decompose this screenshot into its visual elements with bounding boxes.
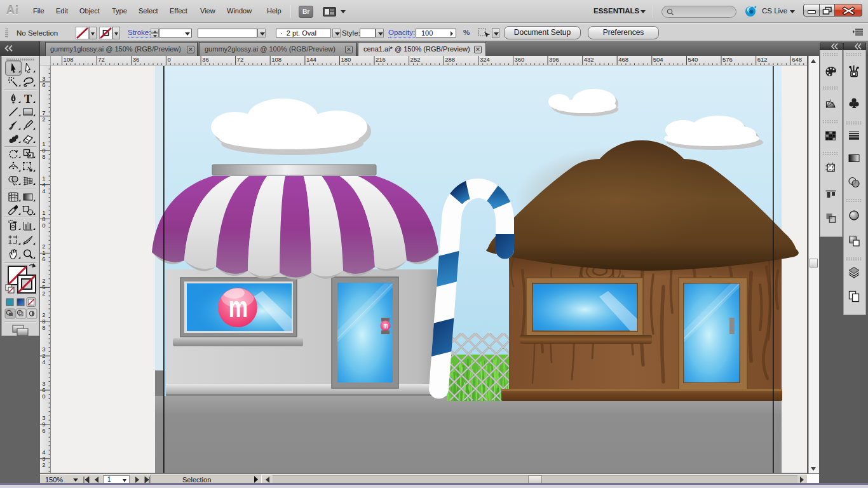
svg-text:108: 108 — [64, 56, 74, 63]
svg-text:8: 8 — [42, 153, 45, 160]
svg-text:2: 2 — [42, 116, 45, 123]
svg-text:324: 324 — [480, 56, 490, 63]
svg-text:4: 4 — [42, 358, 45, 365]
svg-text:72: 72 — [237, 56, 244, 63]
svg-text:T: T — [24, 93, 32, 105]
svg-text:6: 6 — [42, 81, 45, 88]
svg-text:252: 252 — [410, 56, 421, 63]
svg-text:m: m — [229, 290, 248, 324]
svg-text:36: 36 — [202, 56, 209, 63]
svg-text:144: 144 — [306, 56, 316, 63]
svg-text:2: 2 — [42, 461, 45, 468]
svg-text:2: 2 — [42, 290, 45, 297]
svg-text:648: 648 — [792, 56, 802, 63]
svg-text:6: 6 — [42, 427, 45, 434]
svg-text:0: 0 — [42, 393, 45, 400]
svg-text:180: 180 — [341, 56, 351, 63]
svg-text:612: 612 — [757, 56, 768, 63]
svg-text:36: 36 — [133, 56, 140, 63]
svg-text:6: 6 — [42, 255, 45, 262]
svg-text:8: 8 — [42, 324, 45, 331]
svg-text:m: m — [383, 322, 388, 330]
svg-text:432: 432 — [584, 56, 594, 63]
svg-text:468: 468 — [618, 56, 628, 63]
svg-text:396: 396 — [549, 56, 559, 63]
svg-text:0: 0 — [42, 222, 45, 229]
svg-text:216: 216 — [376, 56, 386, 63]
svg-text:72: 72 — [98, 56, 105, 63]
svg-text:360: 360 — [515, 56, 525, 63]
svg-text:540: 540 — [688, 56, 698, 63]
svg-text:108: 108 — [271, 56, 281, 63]
svg-text:0: 0 — [167, 56, 170, 63]
svg-text:288: 288 — [445, 56, 455, 63]
svg-text:576: 576 — [722, 56, 733, 63]
svg-text:504: 504 — [653, 56, 663, 63]
svg-text:4: 4 — [42, 187, 45, 194]
